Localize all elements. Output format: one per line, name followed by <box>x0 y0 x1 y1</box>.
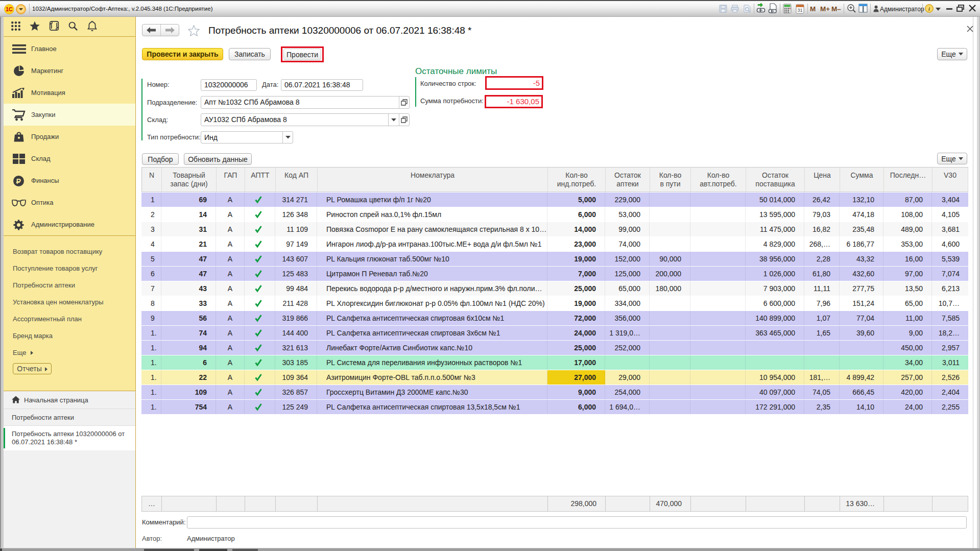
svg-text:1C: 1C <box>6 6 13 12</box>
svg-text:P: P <box>16 177 21 185</box>
svg-text:31: 31 <box>797 8 802 13</box>
